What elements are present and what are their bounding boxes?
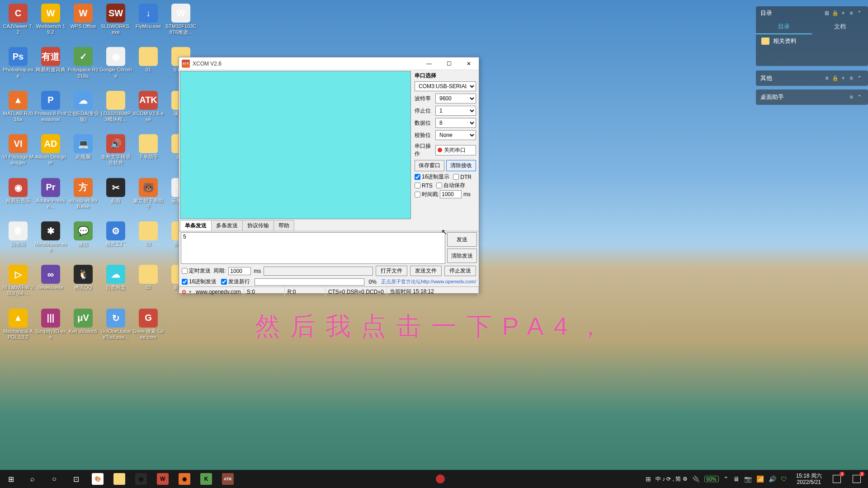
wifi-icon[interactable]: 📶 <box>756 475 764 483</box>
desktop-icon[interactable]: ATKXCOM V2.6.exe <box>132 91 165 122</box>
rts-checkbox[interactable]: RTS <box>415 182 433 189</box>
desktop-icon[interactable]: ✂必剪 <box>99 178 132 210</box>
tb-app-paint[interactable]: 🎨 <box>87 470 108 488</box>
desktop-icon[interactable]: ◉Google Chrome <box>99 47 132 79</box>
desktop-icon[interactable]: ∞devenv.exe <box>34 265 67 296</box>
clear-send-button[interactable]: 清除发送 <box>447 249 477 263</box>
clear-receive-button[interactable]: 清除接收 <box>446 160 476 171</box>
open-file-button[interactable]: 打开文件 <box>376 266 407 276</box>
desktop-icon[interactable]: SWSLDWORKS.exe <box>99 4 132 35</box>
lock-icon[interactable]: 🔒 <box>831 75 839 81</box>
send-newline-checkbox[interactable]: 发送新行 <box>221 278 250 286</box>
save-window-button[interactable]: 保存窗口 <box>415 160 444 171</box>
hex-send-checkbox[interactable]: 16进制发送 <box>182 278 217 286</box>
status-url[interactable]: www.openedv.com <box>193 287 244 296</box>
shield-icon[interactable]: 🛡 <box>781 475 787 483</box>
period-input[interactable] <box>228 267 251 275</box>
desktop-icon[interactable]: WSTM32F103C8T6推进... <box>165 4 197 35</box>
desktop-icon[interactable]: GGitee 搜索 Gitee.com <box>132 309 165 340</box>
desktop-icon[interactable]: ADAltium Designer <box>34 134 67 166</box>
desktop-icon[interactable]: 01 <box>132 47 165 79</box>
tb-app-explorer[interactable] <box>108 470 130 488</box>
tb-center-icon[interactable] <box>239 474 642 483</box>
baud-select[interactable]: 9600 <box>435 94 476 103</box>
dtr-checkbox[interactable]: DTR <box>453 173 472 181</box>
lock-icon[interactable]: 🔒 <box>831 10 839 16</box>
desktop-icon[interactable]: |||Simplify3D.exe <box>34 309 67 340</box>
menu-icon[interactable]: ≡ <box>847 94 855 100</box>
desktop-icon[interactable]: μVKeil uVision5 <box>67 309 99 340</box>
autosave-checkbox[interactable]: 自动保存 <box>436 182 465 189</box>
tb-app-wps[interactable]: W <box>152 470 174 488</box>
databit-select[interactable]: 8 <box>435 118 476 128</box>
send-button[interactable]: 发送 <box>447 232 477 247</box>
titlebar[interactable]: ATK XCOM V2.6 — ☐ ✕ <box>179 57 479 70</box>
grid-icon[interactable]: ⊞ <box>823 10 831 16</box>
desktop-icon[interactable]: 🔊金舟文字转语音软件 <box>99 134 132 166</box>
desktop-icon[interactable]: PsPhotoshop.exe <box>2 47 34 79</box>
desktop-icon[interactable]: ▲MATLAB R2018a <box>2 91 34 122</box>
start-button[interactable]: ⊞ <box>0 470 22 488</box>
search-button[interactable]: ⌕ <box>22 470 43 488</box>
desktop-icon[interactable]: 02 <box>132 265 165 296</box>
minimize-button[interactable]: — <box>419 57 439 70</box>
desktop-icon[interactable]: 🐻蒙立创下单助手 <box>132 178 165 210</box>
desktop-icon[interactable]: ✱MindMaster.exe <box>34 221 67 253</box>
menu-icon[interactable]: ≡ <box>847 75 855 81</box>
desktop-icon[interactable]: ◉网易云音乐 <box>2 178 34 210</box>
desktop-icon[interactable]: 💬微信 <box>67 221 99 253</box>
gear-dropdown[interactable]: ▾ <box>189 289 193 294</box>
tb-app-keil[interactable]: K <box>195 470 217 488</box>
desktop-icon[interactable]: WWPS Office <box>67 4 99 35</box>
tab-multi-send[interactable]: 多条发送 <box>211 220 243 231</box>
gear-icon[interactable]: ✿ <box>179 289 189 295</box>
desktop-icon[interactable]: ⚙格式工厂 <box>99 221 132 253</box>
timed-send-checkbox[interactable]: 定时发送 <box>182 267 211 275</box>
desktop-icon[interactable]: 03 <box>132 221 165 253</box>
parity-select[interactable]: None <box>435 130 476 140</box>
tab-protocol[interactable]: 协议传输 <box>242 220 274 231</box>
tb-app-steam[interactable]: ◎ <box>130 470 152 488</box>
desktop-icon[interactable]: 🐧腾讯QQ <box>67 265 99 296</box>
tb-app-xcom[interactable]: ATK <box>217 470 239 488</box>
desktop-icon[interactable]: PrAdobe Premie... <box>34 178 67 210</box>
tab-documents[interactable]: 文档 <box>812 20 868 34</box>
forum-link[interactable]: 正点原子官方论坛http://www.openedv.com/ <box>381 278 476 285</box>
notification-button-2[interactable]: 2 <box>847 470 866 488</box>
collapse-icon[interactable]: ⌃ <box>855 94 863 100</box>
stopbit-select[interactable]: 1 <box>435 106 476 116</box>
file-path-input[interactable] <box>264 267 373 276</box>
plus-icon[interactable]: + <box>839 10 847 16</box>
monitor-icon[interactable]: 🖥 <box>733 475 740 483</box>
tab-directory[interactable]: 目录 <box>756 20 812 34</box>
desktop-icon[interactable]: 🗑回收站 <box>2 221 34 253</box>
timestamp-checkbox[interactable]: 时间戳 <box>415 191 438 198</box>
desktop-icon[interactable]: WWorkbench 19.2 <box>34 4 67 35</box>
taskview-button[interactable]: ⊡ <box>65 470 87 488</box>
timestamp-input[interactable] <box>440 190 462 198</box>
desktop-icon[interactable]: ↻UniOneUpdateTool.exe... <box>99 309 132 340</box>
desktop-icon[interactable]: ↓FlyMcu.exe <box>132 4 165 35</box>
chevron-up-icon[interactable]: ⌃ <box>723 475 729 483</box>
receive-area[interactable] <box>180 71 411 219</box>
desktop-icon[interactable]: ☁立创EDA(专业版) <box>67 91 99 122</box>
power-icon[interactable]: 🔌 <box>692 475 700 483</box>
volume-icon[interactable]: 🔊 <box>769 475 776 483</box>
desktop-icon[interactable]: LD3320和MP3模块程... <box>99 91 132 122</box>
ime-status[interactable]: 中 ♪ ⟳ , 简 ⚙ <box>656 475 688 483</box>
clock[interactable]: 15:18 周六 2022/5/21 <box>792 473 826 486</box>
maximize-button[interactable]: ☐ <box>439 57 459 70</box>
desktop-icon[interactable]: PProteus 8 Professional <box>34 91 67 122</box>
tb-app-obs[interactable]: ◉ <box>174 470 195 488</box>
collapse-icon[interactable]: ⌃ <box>855 10 863 16</box>
cortana-button[interactable]: ○ <box>43 470 65 488</box>
desktop-icon[interactable]: ▷NI LabVIEW 2019 (64-... <box>2 265 34 296</box>
desktop-icon[interactable]: ▲Mechanical APDL 19.2 <box>2 309 34 340</box>
desktop-icon[interactable]: 方stc-isp-v6.89B.exe <box>67 178 99 210</box>
camera-icon[interactable]: 📷 <box>744 475 752 483</box>
hex-display-checkbox[interactable]: 16进制显示 <box>415 173 449 181</box>
desktop-icon[interactable]: CCAJViewer 7.2 <box>2 4 34 35</box>
desktop-icon[interactable]: ✓Polyspace R2018a <box>67 47 99 79</box>
close-button[interactable]: ✕ <box>459 57 479 70</box>
desktop-icon[interactable]: VIVI Package Manager <box>2 134 34 166</box>
